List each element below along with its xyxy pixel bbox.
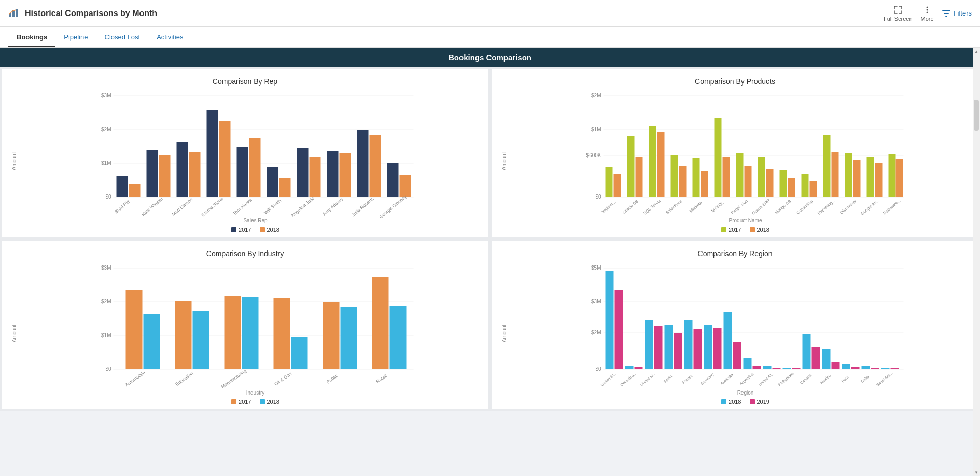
svg-rect-27 — [249, 138, 261, 197]
svg-rect-115 — [341, 307, 357, 369]
filters-button[interactable]: Filters — [942, 9, 972, 18]
page-title: Historical Comparisons by Month — [25, 9, 157, 18]
svg-rect-155 — [783, 368, 791, 369]
svg-rect-114 — [323, 302, 340, 369]
fullscreen-label: Full Screen — [884, 16, 913, 22]
svg-rect-67 — [715, 118, 722, 197]
chart-by-rep-svg: $3M $2M $1M $0 Brad Pitt Kate — [31, 90, 480, 214]
svg-text:United Ki...: United Ki... — [639, 371, 657, 387]
svg-rect-14 — [117, 176, 128, 197]
svg-rect-73 — [758, 157, 765, 197]
svg-rect-38 — [357, 130, 369, 197]
x-axis-label-products: Product Name — [521, 218, 970, 223]
tab-bookings[interactable]: Bookings — [8, 28, 55, 47]
svg-text:United St...: United St... — [600, 371, 618, 387]
svg-rect-109 — [242, 297, 259, 369]
legend-dot-2017-products — [721, 227, 726, 232]
legend-2018-rep: 2018 — [260, 227, 279, 233]
svg-text:$1M: $1M — [101, 160, 111, 166]
svg-rect-74 — [766, 169, 774, 197]
svg-rect-162 — [832, 362, 840, 369]
svg-rect-80 — [810, 181, 817, 197]
svg-text:Salesforce: Salesforce — [665, 199, 683, 215]
svg-rect-29 — [267, 167, 278, 197]
chart-by-region-title: Comparison By Region — [500, 249, 970, 258]
fullscreen-button[interactable]: Full Screen — [884, 5, 913, 22]
legend-2019-region: 2019 — [750, 399, 769, 405]
scrollbar-arrow-up[interactable]: ▲ — [973, 48, 980, 55]
svg-text:Peopl. Soft: Peopl. Soft — [730, 199, 749, 216]
svg-text:Emma Stone: Emma Stone — [200, 196, 224, 217]
svg-rect-108 — [225, 296, 241, 369]
svg-rect-144 — [713, 328, 722, 369]
svg-rect-36 — [340, 153, 351, 197]
scrollbar[interactable]: ▲ ▼ — [973, 48, 980, 476]
chart-by-rep-title: Comparison By Rep — [10, 77, 480, 86]
svg-point-5 — [927, 11, 928, 13]
svg-text:Germany: Germany — [699, 372, 715, 386]
svg-text:Dominica...: Dominica... — [620, 371, 638, 387]
svg-text:$0: $0 — [595, 194, 601, 200]
svg-rect-103 — [144, 314, 160, 369]
svg-rect-18 — [159, 155, 171, 197]
more-button[interactable]: More — [921, 5, 934, 22]
svg-rect-77 — [788, 178, 795, 197]
svg-text:Public: Public — [326, 373, 339, 385]
legend-dot-2017-rep — [231, 227, 236, 232]
svg-rect-68 — [723, 157, 730, 197]
svg-rect-167 — [862, 366, 870, 369]
scrollbar-arrow-down[interactable]: ▼ — [973, 469, 980, 476]
svg-text:Marketo: Marketo — [689, 200, 703, 214]
svg-text:Peru: Peru — [841, 375, 850, 384]
svg-text:Brad Pitt: Brad Pitt — [114, 199, 131, 214]
svg-text:$1M: $1M — [101, 332, 111, 338]
y-axis-label-products: Amount — [501, 152, 507, 170]
chart-by-region: Comparison By Region Amount $5M $3M $2M … — [492, 241, 978, 409]
svg-text:Philippines: Philippines — [777, 371, 795, 387]
tab-activities[interactable]: Activities — [148, 28, 191, 47]
svg-text:Saudi Ara...: Saudi Ara... — [875, 371, 893, 387]
legend-dot-2018-industry — [260, 399, 265, 404]
svg-text:$2M: $2M — [591, 330, 601, 335]
legend-2017-products: 2017 — [721, 227, 741, 233]
chart-by-region-area: Amount $5M $3M $2M $0 United St... — [500, 262, 970, 405]
more-label: More — [921, 16, 934, 22]
svg-rect-58 — [649, 126, 656, 197]
svg-rect-153 — [773, 368, 781, 369]
svg-rect-170 — [881, 368, 890, 369]
svg-text:Oil & Gas: Oil & Gas — [273, 371, 293, 387]
svg-text:Reporting...: Reporting... — [817, 198, 836, 215]
svg-rect-165 — [851, 367, 860, 369]
legend-dot-2017-industry — [231, 399, 236, 404]
svg-text:Will Smith: Will Smith — [263, 198, 282, 215]
svg-rect-135 — [654, 326, 663, 369]
svg-text:Manufacturing: Manufacturing — [220, 368, 247, 389]
svg-rect-146 — [724, 312, 732, 369]
svg-rect-159 — [812, 347, 820, 369]
svg-rect-141 — [694, 329, 702, 369]
svg-rect-56 — [636, 157, 643, 197]
svg-rect-88 — [867, 157, 874, 197]
svg-rect-20 — [177, 142, 188, 197]
tab-pipeline[interactable]: Pipeline — [55, 28, 96, 47]
charts-grid: Comparison By Rep Amount $3M $2M $1M $0 — [0, 67, 980, 411]
svg-rect-15 — [129, 184, 141, 197]
svg-text:$3M: $3M — [101, 265, 111, 271]
scrollbar-thumb[interactable] — [974, 100, 979, 131]
chart-icon — [8, 7, 20, 20]
svg-text:Implem...: Implem... — [600, 200, 617, 214]
tab-closed-lost[interactable]: Closed Lost — [96, 28, 149, 47]
svg-rect-21 — [189, 152, 201, 197]
svg-text:$0: $0 — [105, 366, 111, 372]
legend-dot-2018-rep — [260, 227, 265, 232]
svg-rect-92 — [896, 159, 903, 197]
app-header: Historical Comparisons by Month Full Scr… — [0, 0, 980, 27]
svg-rect-61 — [671, 155, 678, 197]
svg-text:Automobile: Automobile — [124, 370, 146, 388]
legend-dot-2018-products — [750, 227, 755, 232]
chart-by-industry-svg: $3M $2M $1M $0 Automobile Education — [31, 262, 480, 386]
svg-rect-82 — [823, 135, 831, 197]
chart-by-industry-area: Amount $3M $2M $1M $0 Automobile — [10, 262, 480, 405]
svg-rect-158 — [803, 334, 811, 369]
svg-text:Discoverer: Discoverer — [839, 199, 857, 215]
